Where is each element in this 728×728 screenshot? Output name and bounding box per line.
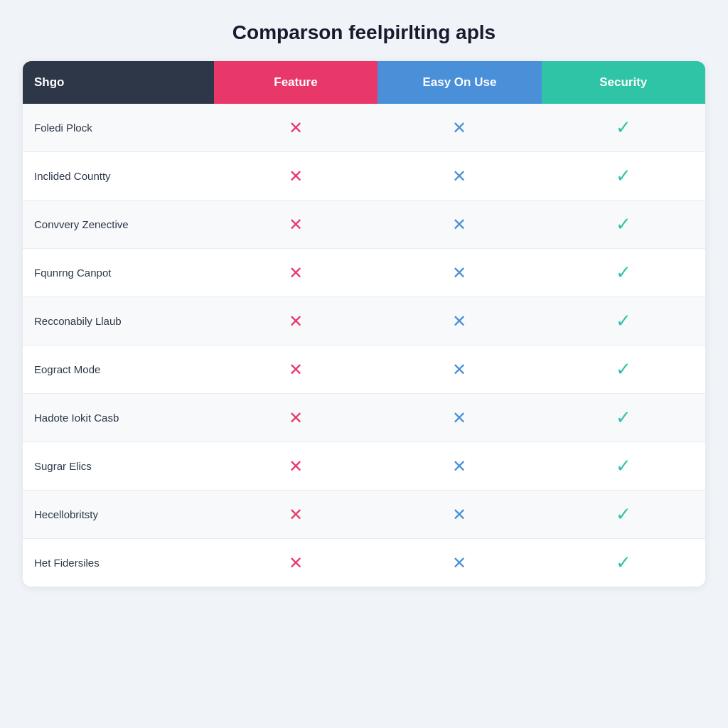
- x-blue-icon: ✕: [452, 553, 466, 573]
- row-easy-7: ✕: [378, 442, 541, 491]
- row-security-3: ✓: [542, 249, 705, 297]
- header-col-name: Shgo: [23, 61, 214, 104]
- row-easy-8: ✕: [378, 491, 541, 539]
- x-blue-icon: ✕: [452, 215, 466, 235]
- row-feature-6: ✕: [214, 394, 378, 442]
- check-green-icon: ✓: [616, 552, 631, 574]
- row-label-2: Convvery Zenective: [23, 200, 214, 249]
- check-green-icon: ✓: [616, 310, 631, 332]
- table-row: Inclided Countty✕✕✓: [23, 152, 705, 200]
- table-row: Eogract Mode✕✕✓: [23, 346, 705, 394]
- x-blue-icon: ✕: [452, 118, 466, 138]
- comparison-table: Shgo Feature Easy On Use Security Foledi…: [23, 61, 705, 587]
- x-pink-icon: ✕: [289, 360, 303, 380]
- row-security-2: ✓: [542, 200, 705, 249]
- x-pink-icon: ✕: [289, 311, 303, 331]
- row-label-7: Sugrar Elics: [23, 442, 214, 491]
- row-security-1: ✓: [542, 152, 705, 200]
- page-title: Comparson feelpirlting apls: [23, 21, 705, 44]
- x-blue-icon: ✕: [452, 311, 466, 331]
- row-security-0: ✓: [542, 104, 705, 152]
- row-feature-1: ✕: [214, 152, 378, 200]
- row-security-8: ✓: [542, 491, 705, 539]
- x-pink-icon: ✕: [289, 118, 303, 138]
- row-security-9: ✓: [542, 539, 705, 587]
- page-container: Comparson feelpirlting apls Shgo Feature…: [23, 21, 705, 587]
- row-easy-0: ✕: [378, 104, 541, 152]
- row-feature-4: ✕: [214, 297, 378, 346]
- check-green-icon: ✓: [616, 455, 631, 477]
- row-feature-8: ✕: [214, 491, 378, 539]
- row-label-9: Het Fidersiles: [23, 539, 214, 587]
- check-green-icon: ✓: [616, 358, 631, 380]
- x-pink-icon: ✕: [289, 505, 303, 525]
- row-label-4: Recconabily Llaub: [23, 297, 214, 346]
- x-pink-icon: ✕: [289, 408, 303, 428]
- table-row: Het Fidersiles✕✕✓: [23, 539, 705, 587]
- x-blue-icon: ✕: [452, 505, 466, 525]
- row-feature-9: ✕: [214, 539, 378, 587]
- row-label-5: Eogract Mode: [23, 346, 214, 394]
- table-row: Fqunrng Canpot✕✕✓: [23, 249, 705, 297]
- check-green-icon: ✓: [616, 117, 631, 139]
- row-feature-3: ✕: [214, 249, 378, 297]
- row-label-1: Inclided Countty: [23, 152, 214, 200]
- table-row: Hecellobritsty✕✕✓: [23, 491, 705, 539]
- table-row: Foledi Plock✕✕✓: [23, 104, 705, 152]
- x-pink-icon: ✕: [289, 263, 303, 283]
- x-blue-icon: ✕: [452, 360, 466, 380]
- row-security-6: ✓: [542, 394, 705, 442]
- row-label-8: Hecellobritsty: [23, 491, 214, 539]
- check-green-icon: ✓: [616, 407, 631, 429]
- row-easy-5: ✕: [378, 346, 541, 394]
- x-pink-icon: ✕: [289, 553, 303, 573]
- row-easy-9: ✕: [378, 539, 541, 587]
- row-easy-4: ✕: [378, 297, 541, 346]
- header-col-security: Security: [542, 61, 705, 104]
- check-green-icon: ✓: [616, 503, 631, 525]
- row-label-3: Fqunrng Canpot: [23, 249, 214, 297]
- header-col-easy: Easy On Use: [378, 61, 541, 104]
- row-feature-2: ✕: [214, 200, 378, 249]
- check-green-icon: ✓: [616, 213, 631, 235]
- row-feature-0: ✕: [214, 104, 378, 152]
- row-security-7: ✓: [542, 442, 705, 491]
- row-feature-7: ✕: [214, 442, 378, 491]
- row-feature-5: ✕: [214, 346, 378, 394]
- table-body: Foledi Plock✕✕✓Inclided Countty✕✕✓Convve…: [23, 104, 705, 587]
- table-row: Sugrar Elics✕✕✓: [23, 442, 705, 491]
- x-pink-icon: ✕: [289, 215, 303, 235]
- row-security-5: ✓: [542, 346, 705, 394]
- x-blue-icon: ✕: [452, 408, 466, 428]
- x-blue-icon: ✕: [452, 166, 466, 186]
- header-col-feature: Feature: [214, 61, 378, 104]
- x-blue-icon: ✕: [452, 456, 466, 476]
- row-easy-3: ✕: [378, 249, 541, 297]
- row-label-0: Foledi Plock: [23, 104, 214, 152]
- check-green-icon: ✓: [616, 262, 631, 284]
- row-easy-1: ✕: [378, 152, 541, 200]
- row-easy-6: ✕: [378, 394, 541, 442]
- table-row: Hadote Iokit Casb✕✕✓: [23, 394, 705, 442]
- row-label-6: Hadote Iokit Casb: [23, 394, 214, 442]
- table-row: Convvery Zenective✕✕✓: [23, 200, 705, 249]
- x-pink-icon: ✕: [289, 456, 303, 476]
- row-easy-2: ✕: [378, 200, 541, 249]
- row-security-4: ✓: [542, 297, 705, 346]
- x-blue-icon: ✕: [452, 263, 466, 283]
- check-green-icon: ✓: [616, 165, 631, 187]
- table-row: Recconabily Llaub✕✕✓: [23, 297, 705, 346]
- table-header-row: Shgo Feature Easy On Use Security: [23, 61, 705, 104]
- x-pink-icon: ✕: [289, 166, 303, 186]
